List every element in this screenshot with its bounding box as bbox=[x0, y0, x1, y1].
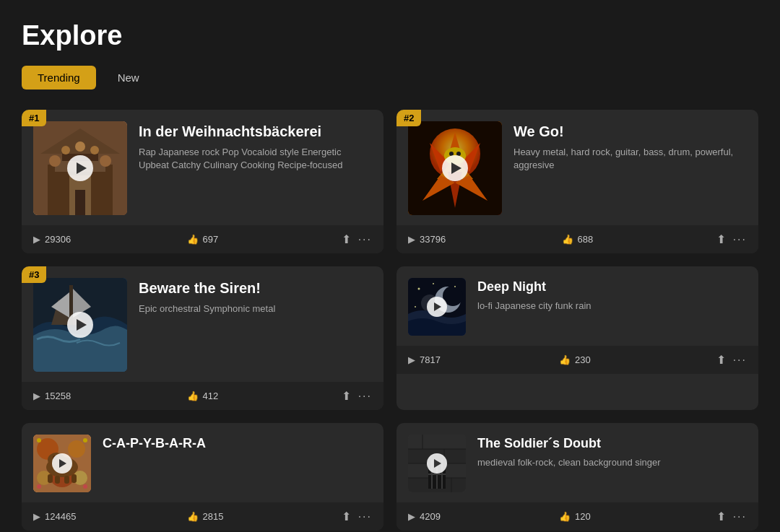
card-desc-4: lo-fi Japanese city funk rain bbox=[477, 300, 747, 313]
card-info-6: The Soldier´s Doubt medieval folk-rock, … bbox=[477, 435, 747, 469]
more-button-3[interactable]: ··· bbox=[358, 390, 372, 403]
tabs-row: Trending New bbox=[22, 66, 758, 90]
play-icon-stat-5: ▶ bbox=[33, 511, 40, 522]
likes-count-5: 2815 bbox=[203, 511, 224, 522]
play-triangle-4 bbox=[434, 302, 441, 311]
card-info-3: Beware the Siren! Epic orchestral Sympho… bbox=[139, 278, 372, 315]
play-overlay-2[interactable] bbox=[408, 121, 502, 215]
play-icon-5 bbox=[52, 453, 72, 474]
likes-stat-3: 👍 412 bbox=[187, 391, 219, 401]
thumbnail-2[interactable] bbox=[408, 121, 502, 215]
play-icon-stat-4: ▶ bbox=[408, 354, 415, 365]
thumbnail-5[interactable] bbox=[33, 435, 91, 492]
likes-stat-1: 👍 697 bbox=[187, 234, 219, 245]
likes-stat-4: 👍 230 bbox=[559, 354, 591, 365]
rank-badge-1: #1 bbox=[22, 110, 46, 126]
thumbnail-3[interactable] bbox=[33, 278, 127, 372]
share-button-2[interactable]: ⬆ bbox=[709, 232, 733, 246]
more-button-4[interactable]: ··· bbox=[733, 354, 747, 367]
card-footer-3: ▶ 15258 👍 412 ⬆ ··· bbox=[22, 382, 384, 410]
rank-badge-3: #3 bbox=[22, 266, 46, 283]
plays-count-2: 33796 bbox=[420, 234, 446, 245]
card-main-6: The Soldier´s Doubt medieval folk-rock, … bbox=[396, 423, 758, 502]
play-overlay-6[interactable] bbox=[408, 435, 466, 492]
plays-stat-3: ▶ 15258 bbox=[33, 391, 71, 401]
card-info-5: C-A-P-Y-B-A-R-A bbox=[103, 435, 372, 456]
play-icon-stat-6: ▶ bbox=[408, 511, 415, 522]
play-triangle-2 bbox=[451, 162, 462, 174]
plays-count-1: 29306 bbox=[45, 234, 71, 245]
card-info-1: In der Weihnachtsbäckerei Rap Japanese r… bbox=[139, 121, 372, 172]
card-desc-2: Heavy metal, hard rock, guitar, bass, dr… bbox=[514, 146, 747, 172]
thumbnail-1[interactable] bbox=[33, 121, 127, 215]
like-icon-5: 👍 bbox=[187, 511, 199, 522]
likes-count-2: 688 bbox=[578, 234, 594, 245]
card-main-2: We Go! Heavy metal, hard rock, guitar, b… bbox=[396, 110, 758, 225]
share-button-6[interactable]: ⬆ bbox=[709, 510, 733, 523]
play-icon-3 bbox=[67, 312, 93, 338]
plays-stat-4: ▶ 7817 bbox=[408, 354, 441, 365]
share-button-5[interactable]: ⬆ bbox=[334, 510, 358, 523]
card-info-4: Deep Night lo-fi Japanese city funk rain bbox=[477, 278, 747, 313]
share-button-4[interactable]: ⬆ bbox=[709, 353, 733, 367]
likes-count-3: 412 bbox=[203, 391, 219, 401]
card-title-5: C-A-P-Y-B-A-R-A bbox=[103, 436, 372, 452]
likes-stat-5: 👍 2815 bbox=[187, 511, 224, 522]
share-button-3[interactable]: ⬆ bbox=[334, 389, 358, 403]
card-desc-1: Rap Japanese rock Pop Vocaloid style Ene… bbox=[139, 146, 372, 172]
play-triangle-1 bbox=[77, 162, 87, 174]
page-container: Explore Trending New #1 bbox=[0, 0, 780, 532]
tab-new[interactable]: New bbox=[102, 66, 155, 90]
card-title-6: The Soldier´s Doubt bbox=[477, 436, 747, 452]
plays-stat-1: ▶ 29306 bbox=[33, 234, 71, 245]
card-4: Deep Night lo-fi Japanese city funk rain… bbox=[396, 266, 758, 410]
card-footer-6: ▶ 4209 👍 120 ⬆ ··· bbox=[396, 502, 758, 531]
more-button-2[interactable]: ··· bbox=[733, 233, 747, 246]
more-button-5[interactable]: ··· bbox=[358, 510, 372, 523]
play-overlay-4[interactable] bbox=[408, 278, 466, 336]
play-icon-4 bbox=[427, 297, 447, 317]
play-overlay-5[interactable] bbox=[33, 435, 91, 492]
play-overlay-3[interactable] bbox=[33, 278, 127, 372]
card-1: #1 bbox=[22, 110, 384, 253]
likes-stat-6: 👍 120 bbox=[559, 511, 591, 522]
like-icon-6: 👍 bbox=[559, 511, 571, 522]
card-2: #2 bbox=[396, 110, 758, 253]
page-title: Explore bbox=[22, 20, 758, 51]
likes-count-4: 230 bbox=[575, 354, 591, 365]
plays-count-6: 4209 bbox=[420, 511, 441, 522]
plays-stat-2: ▶ 33796 bbox=[408, 234, 446, 245]
play-icon-stat-3: ▶ bbox=[33, 391, 40, 401]
card-title-3: Beware the Siren! bbox=[139, 279, 372, 297]
card-footer-4: ▶ 7817 👍 230 ⬆ ··· bbox=[396, 346, 758, 374]
play-icon-stat-2: ▶ bbox=[408, 234, 415, 245]
card-5: C-A-P-Y-B-A-R-A ▶ 124465 👍 2815 ⬆ ··· bbox=[22, 423, 384, 531]
more-button-1[interactable]: ··· bbox=[358, 233, 372, 246]
play-overlay-1[interactable] bbox=[33, 121, 127, 215]
tab-trending[interactable]: Trending bbox=[22, 66, 96, 90]
like-icon-2: 👍 bbox=[562, 234, 573, 245]
play-icon-1 bbox=[67, 155, 93, 181]
play-triangle-5 bbox=[59, 459, 66, 468]
card-main-3: Beware the Siren! Epic orchestral Sympho… bbox=[22, 266, 384, 382]
like-icon-4: 👍 bbox=[559, 354, 571, 365]
card-info-2: We Go! Heavy metal, hard rock, guitar, b… bbox=[514, 121, 747, 172]
like-icon-3: 👍 bbox=[187, 391, 199, 401]
thumbnail-4[interactable] bbox=[408, 278, 466, 336]
share-button-1[interactable]: ⬆ bbox=[334, 232, 358, 246]
card-title-2: We Go! bbox=[514, 123, 747, 140]
card-main-4: Deep Night lo-fi Japanese city funk rain bbox=[396, 266, 758, 346]
card-footer-2: ▶ 33796 👍 688 ⬆ ··· bbox=[396, 225, 758, 253]
cards-grid: #1 bbox=[22, 110, 758, 531]
card-footer-5: ▶ 124465 👍 2815 ⬆ ··· bbox=[22, 502, 384, 531]
thumbnail-6[interactable] bbox=[408, 435, 466, 492]
play-icon-2 bbox=[442, 155, 468, 181]
card-footer-1: ▶ 29306 👍 697 ⬆ ··· bbox=[22, 225, 384, 253]
play-icon-stat-1: ▶ bbox=[33, 234, 40, 245]
plays-count-4: 7817 bbox=[420, 354, 441, 365]
play-triangle-6 bbox=[434, 459, 441, 468]
more-button-6[interactable]: ··· bbox=[733, 510, 747, 523]
card-main-1: In der Weihnachtsbäckerei Rap Japanese r… bbox=[22, 110, 384, 225]
card-title-4: Deep Night bbox=[477, 279, 747, 295]
card-3: #3 bbox=[22, 266, 384, 410]
